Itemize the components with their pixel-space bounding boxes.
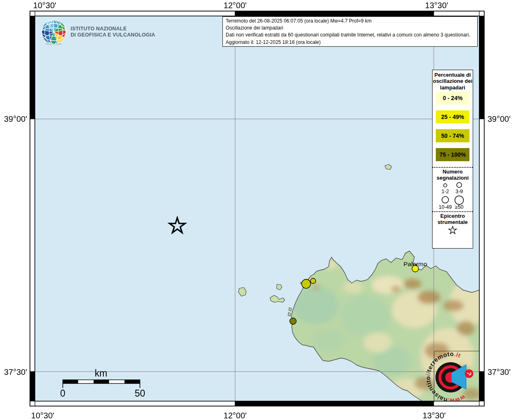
report-circle-marsala — [290, 318, 296, 324]
legend-swatch-50-74: 50 - 74% — [436, 129, 469, 142]
axis-bottom-1330: 13°30' — [423, 411, 446, 420]
axis-bottom-1200: 12°00' — [224, 411, 247, 420]
legend-epicenter-title: Epicentro strumentale — [433, 212, 473, 225]
event-summary-line: Terremoto del 26-08-2025 06:07:05 (ora l… — [226, 18, 474, 25]
legend-count-3-9: 3-9 — [455, 189, 463, 194]
legend-panel: Percentuale di oscillazione dei lampadar… — [432, 70, 473, 249]
ingv-wordmark: ISTITUTO NAZIONALE DI GEOFISICA E VULCAN… — [71, 26, 155, 38]
axis-top-1200: 12°00' — [224, 1, 247, 10]
axis-right-3730: 37°30' — [488, 368, 510, 377]
legend-count-title: Numero segnalazioni — [433, 168, 473, 181]
legend-swatch-label: 50 - 74% — [441, 132, 464, 139]
legend-swatch-label: 0 - 24% — [443, 95, 462, 101]
legend-swatch-0-24: 0 - 24% — [436, 91, 469, 105]
axis-left-3900: 39°00' — [4, 114, 27, 123]
ingv-name-line2: DI GEOFISICA E VULCANOLOGIA — [71, 32, 155, 38]
legend-count-50: ≥50 — [455, 204, 464, 210]
axis-left-3730: 37°30' — [4, 368, 27, 377]
axis-top-1330: 13°30' — [425, 1, 448, 10]
axis-top-1030: 10°30' — [33, 1, 56, 10]
legend-swatch-25-49: 25 - 49% — [436, 110, 469, 123]
legend-count-1-2: 1-2 — [442, 189, 449, 194]
event-info-box: Terremoto del 26-08-2025 06:07:05 (ora l… — [222, 16, 478, 47]
legend-swatch-label: 75 - 100% — [439, 151, 466, 158]
screenshot-root: Palermo ? www.haisentitoilterremoto.it — [0, 0, 515, 420]
ingv-name-line1: ISTITUTO NAZIONALE — [71, 26, 155, 32]
event-effect-line: Oscillazione dei lampadari — [226, 25, 474, 32]
ingv-header: ISTITUTO NAZIONALE DI GEOFISICA E VULCAN… — [40, 18, 155, 46]
legend-count-10-49: 10-49 — [439, 204, 452, 210]
legend-swatch-label: 25 - 49% — [441, 114, 464, 120]
legend-percent-classes: 0 - 24% 25 - 49% 50 - 74% 75 - 100% — [433, 91, 473, 161]
report-circle-valderice — [311, 278, 316, 284]
event-data-note-line: Dati non verificati estratti da 60 quest… — [226, 32, 474, 39]
report-circle-palermo — [412, 265, 419, 272]
legend-count-symbols: 1-2 3-9 10-49 ≥50 — [433, 181, 472, 210]
axis-bottom-1030: 10°30' — [31, 411, 54, 420]
ingv-globe-logo — [40, 18, 67, 46]
scale-bar-unit: km — [95, 368, 108, 379]
legend-swatch-75-100: 75 - 100% — [436, 148, 469, 161]
islet-stagnone — [289, 308, 291, 311]
legend-epicenter-star-icon — [447, 225, 458, 236]
scale-bar-end: 50 — [135, 388, 145, 399]
axis-right-3900: 39°00' — [488, 114, 510, 123]
event-updated-line: Aggiornato il: 12-12-2025 18:16 (ora loc… — [226, 39, 474, 46]
legend-percent-title: Percentuale di oscillazione dei lampadar… — [433, 70, 473, 91]
report-circle-trapani — [302, 279, 311, 288]
islet-stagnone-2 — [288, 313, 291, 316]
map-canvas: Palermo ? www.haisentitoilterremoto.it — [35, 16, 486, 406]
scale-bar-start: 0 — [60, 388, 66, 399]
